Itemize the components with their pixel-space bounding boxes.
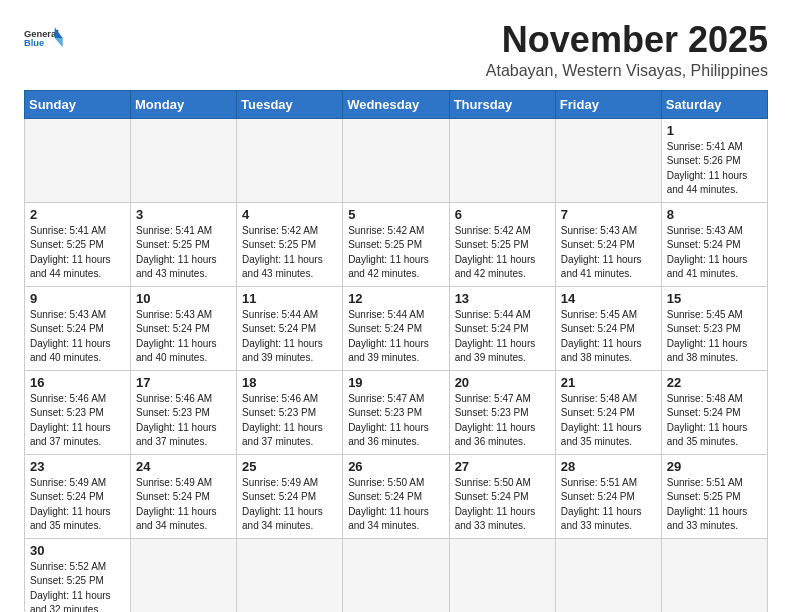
calendar-cell: 29Sunrise: 5:51 AM Sunset: 5:25 PM Dayli… [661,454,767,538]
calendar-cell [343,538,449,612]
day-info: Sunrise: 5:46 AM Sunset: 5:23 PM Dayligh… [242,392,337,450]
calendar-cell: 23Sunrise: 5:49 AM Sunset: 5:24 PM Dayli… [25,454,131,538]
day-number: 2 [30,207,125,222]
day-number: 27 [455,459,550,474]
calendar-cell: 22Sunrise: 5:48 AM Sunset: 5:24 PM Dayli… [661,370,767,454]
calendar-cell: 25Sunrise: 5:49 AM Sunset: 5:24 PM Dayli… [237,454,343,538]
week-row-5: 23Sunrise: 5:49 AM Sunset: 5:24 PM Dayli… [25,454,768,538]
day-number: 11 [242,291,337,306]
day-info: Sunrise: 5:50 AM Sunset: 5:24 PM Dayligh… [348,476,443,534]
day-number: 21 [561,375,656,390]
day-number: 24 [136,459,231,474]
day-number: 1 [667,123,762,138]
day-info: Sunrise: 5:46 AM Sunset: 5:23 PM Dayligh… [136,392,231,450]
day-number: 16 [30,375,125,390]
svg-marker-3 [55,38,63,47]
day-number: 5 [348,207,443,222]
day-number: 30 [30,543,125,558]
calendar-cell: 3Sunrise: 5:41 AM Sunset: 5:25 PM Daylig… [131,202,237,286]
day-number: 10 [136,291,231,306]
calendar-cell: 9Sunrise: 5:43 AM Sunset: 5:24 PM Daylig… [25,286,131,370]
day-info: Sunrise: 5:42 AM Sunset: 5:25 PM Dayligh… [455,224,550,282]
week-row-3: 9Sunrise: 5:43 AM Sunset: 5:24 PM Daylig… [25,286,768,370]
calendar-cell [25,118,131,202]
day-info: Sunrise: 5:43 AM Sunset: 5:24 PM Dayligh… [667,224,762,282]
logo: General Blue [24,20,64,54]
day-info: Sunrise: 5:49 AM Sunset: 5:24 PM Dayligh… [242,476,337,534]
calendar-cell [343,118,449,202]
calendar-cell: 1Sunrise: 5:41 AM Sunset: 5:26 PM Daylig… [661,118,767,202]
calendar-cell: 14Sunrise: 5:45 AM Sunset: 5:24 PM Dayli… [555,286,661,370]
calendar-cell [661,538,767,612]
calendar-cell [449,118,555,202]
day-info: Sunrise: 5:50 AM Sunset: 5:24 PM Dayligh… [455,476,550,534]
calendar-cell: 26Sunrise: 5:50 AM Sunset: 5:24 PM Dayli… [343,454,449,538]
location-subtitle: Atabayan, Western Visayas, Philippines [486,62,768,80]
svg-text:Blue: Blue [24,38,44,48]
weekday-header-wednesday: Wednesday [343,90,449,118]
day-info: Sunrise: 5:44 AM Sunset: 5:24 PM Dayligh… [242,308,337,366]
calendar-cell: 12Sunrise: 5:44 AM Sunset: 5:24 PM Dayli… [343,286,449,370]
weekday-header-row: SundayMondayTuesdayWednesdayThursdayFrid… [25,90,768,118]
calendar-cell: 16Sunrise: 5:46 AM Sunset: 5:23 PM Dayli… [25,370,131,454]
day-info: Sunrise: 5:52 AM Sunset: 5:25 PM Dayligh… [30,560,125,612]
week-row-2: 2Sunrise: 5:41 AM Sunset: 5:25 PM Daylig… [25,202,768,286]
calendar-cell: 30Sunrise: 5:52 AM Sunset: 5:25 PM Dayli… [25,538,131,612]
month-title: November 2025 [486,20,768,60]
generalblue-logo-icon: General Blue [24,24,64,52]
day-number: 3 [136,207,231,222]
calendar-cell: 21Sunrise: 5:48 AM Sunset: 5:24 PM Dayli… [555,370,661,454]
day-number: 23 [30,459,125,474]
page-header: General Blue November 2025 Atabayan, Wes… [24,20,768,80]
calendar-cell [555,538,661,612]
day-number: 26 [348,459,443,474]
calendar-cell: 2Sunrise: 5:41 AM Sunset: 5:25 PM Daylig… [25,202,131,286]
calendar-cell: 19Sunrise: 5:47 AM Sunset: 5:23 PM Dayli… [343,370,449,454]
calendar-cell: 10Sunrise: 5:43 AM Sunset: 5:24 PM Dayli… [131,286,237,370]
day-number: 17 [136,375,231,390]
svg-text:General: General [24,29,59,39]
day-info: Sunrise: 5:43 AM Sunset: 5:24 PM Dayligh… [30,308,125,366]
day-number: 28 [561,459,656,474]
calendar-cell: 6Sunrise: 5:42 AM Sunset: 5:25 PM Daylig… [449,202,555,286]
calendar-cell: 8Sunrise: 5:43 AM Sunset: 5:24 PM Daylig… [661,202,767,286]
week-row-6: 30Sunrise: 5:52 AM Sunset: 5:25 PM Dayli… [25,538,768,612]
day-info: Sunrise: 5:49 AM Sunset: 5:24 PM Dayligh… [30,476,125,534]
calendar-cell [555,118,661,202]
day-number: 22 [667,375,762,390]
day-info: Sunrise: 5:47 AM Sunset: 5:23 PM Dayligh… [455,392,550,450]
calendar-cell [131,118,237,202]
day-info: Sunrise: 5:41 AM Sunset: 5:25 PM Dayligh… [136,224,231,282]
day-info: Sunrise: 5:48 AM Sunset: 5:24 PM Dayligh… [561,392,656,450]
calendar-cell: 20Sunrise: 5:47 AM Sunset: 5:23 PM Dayli… [449,370,555,454]
calendar-cell [237,118,343,202]
day-number: 29 [667,459,762,474]
calendar-cell: 13Sunrise: 5:44 AM Sunset: 5:24 PM Dayli… [449,286,555,370]
day-info: Sunrise: 5:45 AM Sunset: 5:23 PM Dayligh… [667,308,762,366]
calendar-cell: 24Sunrise: 5:49 AM Sunset: 5:24 PM Dayli… [131,454,237,538]
day-number: 18 [242,375,337,390]
day-number: 9 [30,291,125,306]
day-number: 20 [455,375,550,390]
calendar-cell [449,538,555,612]
day-number: 12 [348,291,443,306]
weekday-header-friday: Friday [555,90,661,118]
day-info: Sunrise: 5:45 AM Sunset: 5:24 PM Dayligh… [561,308,656,366]
day-number: 6 [455,207,550,222]
day-number: 4 [242,207,337,222]
calendar-cell: 17Sunrise: 5:46 AM Sunset: 5:23 PM Dayli… [131,370,237,454]
day-info: Sunrise: 5:51 AM Sunset: 5:25 PM Dayligh… [667,476,762,534]
calendar-cell: 7Sunrise: 5:43 AM Sunset: 5:24 PM Daylig… [555,202,661,286]
calendar-title-area: November 2025 Atabayan, Western Visayas,… [486,20,768,80]
calendar-cell: 18Sunrise: 5:46 AM Sunset: 5:23 PM Dayli… [237,370,343,454]
weekday-header-monday: Monday [131,90,237,118]
weekday-header-thursday: Thursday [449,90,555,118]
day-info: Sunrise: 5:51 AM Sunset: 5:24 PM Dayligh… [561,476,656,534]
day-number: 15 [667,291,762,306]
day-info: Sunrise: 5:42 AM Sunset: 5:25 PM Dayligh… [242,224,337,282]
day-info: Sunrise: 5:49 AM Sunset: 5:24 PM Dayligh… [136,476,231,534]
weekday-header-tuesday: Tuesday [237,90,343,118]
day-number: 7 [561,207,656,222]
week-row-4: 16Sunrise: 5:46 AM Sunset: 5:23 PM Dayli… [25,370,768,454]
day-number: 8 [667,207,762,222]
